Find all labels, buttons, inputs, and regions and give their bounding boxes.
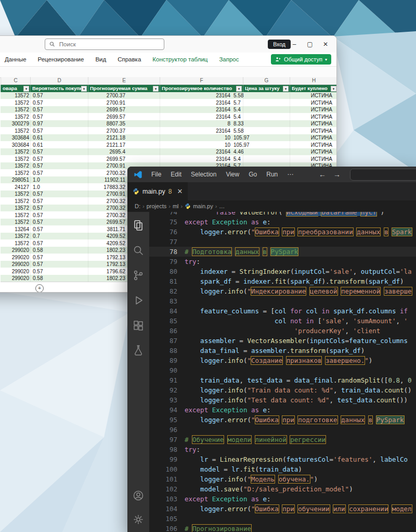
line-number[interactable]: 78 <box>149 247 185 257</box>
table-cell[interactable]: 13572 <box>15 205 29 212</box>
arrow-right-icon[interactable]: → <box>333 170 341 179</box>
table-row[interactable]: 3002790.978807.3588.33ИСТИНА <box>1 120 337 128</box>
table-row[interactable]: 135720.572699.57231645.4ИСТИНА <box>1 113 337 121</box>
line-number[interactable]: 87 <box>149 336 185 346</box>
table-cell[interactable]: 0.57 <box>33 156 43 163</box>
line-number[interactable]: 74 <box>149 212 185 217</box>
table-cell[interactable]: 23164 <box>216 148 230 156</box>
code-line[interactable]: 102 model.save("D:/sales_prediction_mode… <box>149 484 416 494</box>
table-cell[interactable]: 4.46 <box>233 148 243 156</box>
table-cell[interactable]: 10 <box>225 142 230 149</box>
table-cell[interactable]: 23164 <box>216 156 230 163</box>
column-letter-E[interactable]: E <box>88 77 160 84</box>
table-cell[interactable]: 13572 <box>15 233 29 240</box>
table-row[interactable]: 135720.572699.57231645.4ИСТИНА <box>1 156 337 163</box>
code-line[interactable]: 105 <box>149 514 416 524</box>
table-cell[interactable]: 2700.32 <box>107 212 125 219</box>
table-cell[interactable]: 8 <box>227 120 230 128</box>
table-cell[interactable]: 0.57 <box>33 268 43 275</box>
table-cell[interactable]: 0.58 <box>33 275 43 282</box>
table-cell[interactable]: 0.57 <box>33 113 43 121</box>
line-number[interactable]: 97 <box>149 435 185 445</box>
code-line[interactable]: 103except Exception as e: <box>149 494 416 504</box>
table-cell[interactable]: 10 <box>225 134 230 142</box>
table-cell[interactable]: 0.7 <box>33 233 40 240</box>
code-line[interactable]: 92 logger.info("Train data count: %d", t… <box>149 385 416 395</box>
table-cell[interactable]: 23164 <box>216 128 230 135</box>
ribbon-tab-Рецензирование[interactable]: Рецензирование <box>38 56 84 62</box>
table-cell[interactable]: ИСТИНА <box>311 113 332 121</box>
column-letter-G[interactable]: G <box>243 77 290 84</box>
line-number[interactable]: 96 <box>149 425 185 435</box>
table-cell[interactable]: 0.57 <box>33 162 43 170</box>
maximize-icon[interactable]: ▢ <box>302 36 318 53</box>
menu-View[interactable]: View <box>221 167 244 182</box>
code-line[interactable]: 98try: <box>149 445 416 454</box>
table-cell[interactable]: 0.57 <box>33 148 43 156</box>
table-cell[interactable]: 1792.13 <box>107 254 125 261</box>
table-cell[interactable]: 13572 <box>15 170 29 177</box>
testing-icon[interactable] <box>132 344 145 357</box>
line-number[interactable]: 75 <box>149 217 185 227</box>
extensions-icon[interactable] <box>132 319 145 332</box>
table-cell[interactable]: 0.57 <box>33 254 43 261</box>
table-cell[interactable]: 0.57 <box>33 99 43 107</box>
table-cell[interactable]: 4209.52 <box>107 240 125 247</box>
table-row[interactable]: 135720.572700.91231645.7ИСТИНА <box>1 99 337 107</box>
column-letter-C[interactable]: C <box>1 77 30 84</box>
line-number[interactable]: 104 <box>149 504 185 514</box>
table-cell[interactable]: ИСТИНА <box>311 148 332 156</box>
table-cell[interactable]: 2121.17 <box>107 142 125 149</box>
excel-search-box[interactable] <box>45 39 164 50</box>
code-editor[interactable]: 74 raise ValueError("Исходный DataFrame … <box>149 212 416 532</box>
table-cell[interactable]: 13572 <box>15 191 29 198</box>
line-number[interactable]: 79 <box>149 257 185 267</box>
code-line[interactable]: 85 col not in ['sale', 'sumAmount', ' <box>149 316 416 326</box>
line-number[interactable]: 90 <box>149 365 185 375</box>
table-cell[interactable]: 105.97 <box>233 142 250 149</box>
line-number[interactable]: 84 <box>149 306 185 316</box>
line-number[interactable]: 82 <box>149 286 185 296</box>
table-cell[interactable]: ИСТИНА <box>311 142 332 149</box>
filter-dropdown-icon[interactable]: ▾ <box>81 86 87 92</box>
table-cell[interactable]: 0.57 <box>33 240 43 247</box>
line-number[interactable]: 95 <box>149 415 185 425</box>
code-line[interactable]: 78# Подготовка данных в PySpark <box>149 247 416 257</box>
table-cell[interactable]: 0.57 <box>33 219 43 226</box>
table-cell[interactable]: 299020 <box>12 268 29 275</box>
table-cell[interactable]: 2695.4 <box>109 148 125 156</box>
account-icon[interactable] <box>132 489 145 502</box>
code-line[interactable]: 97# Обучение модели линейной регрессии <box>149 435 416 445</box>
filter-dropdown-icon[interactable]: ▾ <box>236 86 242 92</box>
table-cell[interactable]: 0.57 <box>33 226 43 233</box>
table-cell[interactable]: 2700.32 <box>107 205 125 212</box>
table-cell[interactable]: 299020 <box>12 275 29 282</box>
ribbon-tab-Данные[interactable]: Данные <box>5 56 27 62</box>
line-number[interactable]: 92 <box>149 385 185 395</box>
code-line[interactable]: 89 logger.info("Создание признаков завер… <box>149 356 416 365</box>
filter-dropdown-icon[interactable]: ▾ <box>331 86 336 92</box>
filter-dropdown-icon[interactable]: ▾ <box>283 86 289 92</box>
explorer-icon[interactable] <box>132 219 145 232</box>
table-cell[interactable]: 3811.71 <box>107 226 125 233</box>
table-cell[interactable]: 300279 <box>12 120 29 128</box>
share-button[interactable]: Общий доступ ▾ <box>271 54 331 65</box>
table-cell[interactable]: 2700.91 <box>107 162 125 170</box>
line-number[interactable]: 85 <box>149 316 185 326</box>
code-line[interactable]: 91 train_data, test_data = data_final.ra… <box>149 375 416 385</box>
table-cell[interactable]: 11902.11 <box>105 176 125 184</box>
table-cell[interactable]: ИСТИНА <box>311 156 332 163</box>
table-cell[interactable]: 13572 <box>15 148 29 156</box>
code-line[interactable]: 95 logger.error("Ошибка при подготовке д… <box>149 415 416 425</box>
table-cell[interactable]: 13572 <box>15 240 29 247</box>
arrow-left-icon[interactable]: ← <box>319 170 326 179</box>
table-cell[interactable]: 13572 <box>15 219 29 226</box>
code-line[interactable]: 94except Exception as e: <box>149 405 416 415</box>
code-line[interactable]: 100 model = lr.fit(train_data) <box>149 464 416 474</box>
code-line[interactable]: 93 logger.info("Test data count: %d", te… <box>149 395 416 405</box>
table-cell[interactable]: 13572 <box>15 113 29 121</box>
table-cell[interactable]: 5.58 <box>233 128 243 135</box>
line-number[interactable]: 93 <box>149 395 185 405</box>
table-cell[interactable]: 0.57 <box>33 261 43 268</box>
line-number[interactable]: 91 <box>149 375 185 385</box>
